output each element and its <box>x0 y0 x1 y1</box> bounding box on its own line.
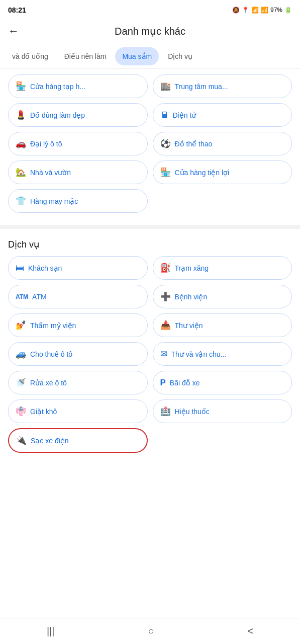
bottom-nav: ||| ○ < <box>0 618 300 644</box>
benh-vien-label: Bệnh viện <box>175 293 208 301</box>
thu-van-chu-icon: ✉ <box>160 349 167 359</box>
chip-do-dung-lam-dep[interactable]: 💄 Đồ dùng làm đẹp <box>8 103 148 127</box>
back-button[interactable]: ← <box>8 26 19 37</box>
trung-tam-mua-icon: 🏬 <box>160 81 171 92</box>
tab-service[interactable]: Dịch vụ <box>161 47 199 65</box>
giat-kho-icon: 👘 <box>16 406 26 417</box>
dien-tu-label: Điện tử <box>173 111 196 119</box>
chip-bai-do-xe[interactable]: P Bãi đỗ xe <box>153 371 292 394</box>
rua-xe-oto-label: Rửa xe ô tô <box>30 379 67 387</box>
chip-rua-xe-oto[interactable]: 🚿 Rửa xe ô tô <box>8 371 148 394</box>
service-section: Dịch vụ 🛏 Khách sạn ⛽ Trạm xăng ATM ATM … <box>0 233 300 461</box>
khach-san-icon: 🛏 <box>16 263 24 273</box>
sac-xe-dien-icon: 🔌 <box>16 435 27 446</box>
dai-ly-oto-label: Đại lý ô tô <box>30 140 62 148</box>
chip-khach-san[interactable]: 🛏 Khách sạn <box>8 256 148 280</box>
tab-bar: và đồ uống Điều nên làm Mua sắm Dịch vụ <box>0 44 300 68</box>
chip-cho-thue-oto[interactable]: 🚙 Cho thuê ô tô <box>8 342 148 366</box>
chip-giat-kho[interactable]: 👘 Giặt khô <box>8 399 148 423</box>
battery-text: 97% <box>270 7 282 14</box>
service-section-title: Dịch vụ <box>8 239 292 250</box>
thu-vien-label: Thư viện <box>175 321 203 330</box>
chip-dien-tu[interactable]: 🖥 Điện tử <box>153 103 292 127</box>
dai-ly-oto-icon: 🚗 <box>16 138 26 149</box>
hieu-thuoc-icon: 🏥 <box>160 406 171 417</box>
battery-icon: 🔋 <box>284 7 292 14</box>
chip-cua-hang-tien-loi[interactable]: 🏪 Cửa hàng tiện lợi <box>153 160 292 184</box>
do-the-thao-icon: ⚽ <box>160 138 171 149</box>
bai-do-xe-icon: P <box>160 378 166 388</box>
status-bar: 08:21 🔕 📍 📶 📶 97% 🔋 <box>0 0 300 18</box>
giat-kho-label: Giặt khô <box>30 408 57 416</box>
khach-san-label: Khách sạn <box>28 264 62 272</box>
chip-hang-may-mac[interactable]: 👕 Hàng may mặc <box>8 189 148 213</box>
chip-benh-vien[interactable]: ➕ Bệnh viện <box>153 285 292 308</box>
thu-vien-icon: 📥 <box>160 320 171 331</box>
do-dung-lam-dep-icon: 💄 <box>16 110 26 120</box>
nha-va-vuon-label: Nhà và vườn <box>30 169 71 177</box>
thu-van-chu-label: Thư và vận chu... <box>171 350 227 358</box>
chip-tram-xang[interactable]: ⛽ Trạm xăng <box>153 256 292 280</box>
hang-may-mac-label: Hàng may mặc <box>30 197 78 205</box>
chip-tap-hoa[interactable]: 🏪 Cửa hàng tạp h... <box>8 74 148 98</box>
tham-my-vien-label: Thẩm mỹ viện <box>30 321 76 330</box>
chip-tham-my-vien[interactable]: 💅 Thẩm mỹ viện <box>8 313 148 337</box>
main-content: 🏪 Cửa hàng tạp h... 🏬 Trung tâm mua... 💄… <box>0 68 300 491</box>
tab-todo[interactable]: Điều nên làm <box>57 47 114 65</box>
atm-label: ATM <box>32 293 47 301</box>
tab-food[interactable]: và đồ uống <box>5 47 55 65</box>
chip-atm[interactable]: ATM ATM <box>8 285 148 308</box>
cua-hang-tien-loi-label: Cửa hàng tiện lợi <box>175 169 230 177</box>
cho-thue-oto-label: Cho thuê ô tô <box>30 350 72 358</box>
recent-apps-button[interactable]: ||| <box>35 621 67 641</box>
chip-trung-tam-mua[interactable]: 🏬 Trung tâm mua... <box>153 74 292 98</box>
chip-thu-van-chu[interactable]: ✉ Thư và vận chu... <box>153 342 292 366</box>
top-nav: ← Danh mục khác <box>0 18 300 44</box>
chip-do-the-thao[interactable]: ⚽ Đồ thể thao <box>153 132 292 155</box>
shopping-chip-grid: 🏪 Cửa hàng tạp h... 🏬 Trung tâm mua... 💄… <box>8 74 292 219</box>
chip-dai-ly-oto[interactable]: 🚗 Đại lý ô tô <box>8 132 148 155</box>
dien-tu-icon: 🖥 <box>160 110 169 120</box>
do-the-thao-label: Đồ thể thao <box>175 140 213 148</box>
atm-icon: ATM <box>16 293 28 300</box>
home-button[interactable]: ○ <box>136 621 166 641</box>
tap-hoa-label: Cửa hàng tạp h... <box>30 83 85 91</box>
sac-xe-dien-label: Sạc xe điện <box>31 437 69 445</box>
do-dung-lam-dep-label: Đồ dùng làm đẹp <box>30 111 85 119</box>
wifi-icon: 📶 <box>251 7 259 14</box>
service-chip-grid: 🛏 Khách sạn ⛽ Trạm xăng ATM ATM ➕ Bệnh v… <box>8 256 292 459</box>
status-time: 08:21 <box>8 6 26 14</box>
signal-icon: 📶 <box>261 7 268 14</box>
tap-hoa-icon: 🏪 <box>16 81 26 92</box>
bai-do-xe-label: Bãi đỗ xe <box>170 379 200 387</box>
location-icon: 📍 <box>242 7 249 14</box>
trung-tam-mua-label: Trung tâm mua... <box>175 83 228 91</box>
mute-icon: 🔕 <box>232 7 240 14</box>
nha-va-vuon-icon: 🏡 <box>16 167 26 178</box>
rua-xe-oto-icon: 🚿 <box>16 377 26 388</box>
benh-vien-icon: ➕ <box>160 291 171 302</box>
tham-my-vien-icon: 💅 <box>16 320 26 331</box>
status-icons: 🔕 📍 📶 📶 97% 🔋 <box>232 7 292 14</box>
tram-xang-icon: ⛽ <box>160 263 171 273</box>
hang-may-mac-icon: 👕 <box>16 196 26 206</box>
cua-hang-tien-loi-icon: 🏪 <box>160 167 171 178</box>
tab-shopping[interactable]: Mua sắm <box>115 47 159 65</box>
page-title: Danh mục khác <box>25 25 275 37</box>
chip-thu-vien[interactable]: 📥 Thư viện <box>153 313 292 337</box>
chip-nha-va-vuon[interactable]: 🏡 Nhà và vườn <box>8 160 148 184</box>
back-nav-button[interactable]: < <box>235 621 265 641</box>
tram-xang-label: Trạm xăng <box>175 264 209 272</box>
section-divider <box>0 225 300 229</box>
cho-thue-oto-icon: 🚙 <box>16 349 26 359</box>
shopping-section: 🏪 Cửa hàng tạp h... 🏬 Trung tâm mua... 💄… <box>0 68 300 221</box>
hieu-thuoc-label: Hiệu thuốc <box>175 408 210 416</box>
chip-hieu-thuoc[interactable]: 🏥 Hiệu thuốc <box>153 399 292 423</box>
chip-sac-xe-dien[interactable]: 🔌 Sạc xe điện <box>8 428 148 453</box>
